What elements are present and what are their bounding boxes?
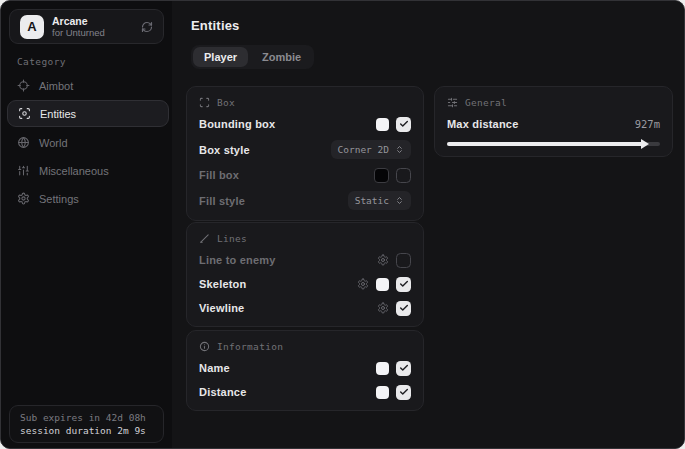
gear-icon bbox=[17, 192, 30, 205]
app-logo: A bbox=[20, 15, 44, 39]
sidebar-item-label: Entities bbox=[40, 108, 76, 120]
sidebar-item-label: Aimbot bbox=[39, 80, 73, 92]
setting-label: Bounding box bbox=[199, 118, 275, 130]
sidebar-item-entities[interactable]: Entities bbox=[7, 100, 169, 127]
setting-row-name: Name bbox=[199, 360, 411, 376]
box-panel-title: Box bbox=[217, 97, 235, 108]
main-content: Entities Player Zombie Box Bounding box bbox=[172, 1, 684, 448]
information-panel: Information Name Distance bbox=[186, 330, 424, 411]
session-duration-text: session duration 2m 9s bbox=[20, 425, 153, 436]
gear-icon[interactable] bbox=[377, 302, 389, 314]
tab-player[interactable]: Player bbox=[193, 47, 248, 67]
setting-row-distance: Distance bbox=[199, 384, 411, 400]
lines-panel-title: Lines bbox=[217, 233, 247, 244]
sidebar-item-label: Settings bbox=[39, 193, 79, 205]
fill-style-value: Static bbox=[355, 195, 389, 206]
name-color-swatch[interactable] bbox=[376, 362, 389, 375]
max-distance-value: 927m bbox=[635, 118, 660, 130]
information-panel-title: Information bbox=[217, 341, 283, 352]
box-panel: Box Bounding box Box style Corner 2D bbox=[186, 86, 424, 221]
setting-label: Viewline bbox=[199, 302, 244, 314]
line-to-enemy-checkbox[interactable] bbox=[396, 253, 411, 268]
page-title: Entities bbox=[191, 18, 240, 33]
bounding-box-color-swatch[interactable] bbox=[376, 118, 389, 131]
sidebar-item-settings[interactable]: Settings bbox=[7, 185, 169, 212]
distance-color-swatch[interactable] bbox=[376, 386, 389, 399]
setting-label: Name bbox=[199, 362, 230, 374]
globe-icon bbox=[17, 136, 30, 149]
setting-row-fill-style: Fill style Static bbox=[199, 191, 411, 210]
app-name: Arcane bbox=[52, 15, 141, 27]
distance-checkbox[interactable] bbox=[396, 385, 411, 400]
app-window: A Arcane for Unturned Category Aimbot En… bbox=[0, 0, 685, 449]
skeleton-color-swatch[interactable] bbox=[376, 278, 389, 291]
sidebar-item-aimbot[interactable]: Aimbot bbox=[7, 72, 169, 99]
general-panel: General Max distance 927m bbox=[434, 86, 673, 157]
sync-icon[interactable] bbox=[141, 21, 153, 33]
viewline-checkbox[interactable] bbox=[396, 301, 411, 316]
gear-icon[interactable] bbox=[377, 254, 389, 266]
gear-icon[interactable] bbox=[357, 278, 369, 290]
fill-box-color-swatch[interactable] bbox=[374, 168, 389, 183]
tab-bar: Player Zombie bbox=[191, 45, 314, 69]
brand-text: Arcane for Unturned bbox=[52, 15, 141, 38]
lines-panel-header: Lines bbox=[199, 233, 411, 244]
setting-row-viewline: Viewline bbox=[199, 300, 411, 316]
crosshair-icon bbox=[17, 79, 30, 92]
scan-box-icon bbox=[199, 97, 210, 108]
sliders-horizontal-icon bbox=[447, 97, 458, 108]
setting-row-box-style: Box style Corner 2D bbox=[199, 140, 411, 159]
information-panel-header: Information bbox=[199, 341, 411, 352]
setting-row-fill-box: Fill box bbox=[199, 167, 411, 183]
line-icon bbox=[199, 233, 210, 244]
app-subtitle: for Unturned bbox=[52, 27, 141, 38]
tab-zombie[interactable]: Zombie bbox=[251, 47, 312, 67]
setting-label: Distance bbox=[199, 386, 246, 398]
chevrons-up-down-icon bbox=[395, 196, 404, 205]
max-distance-slider[interactable] bbox=[447, 142, 660, 146]
sidebar-item-label: World bbox=[39, 137, 68, 149]
setting-label: Fill box bbox=[199, 169, 239, 181]
name-checkbox[interactable] bbox=[396, 361, 411, 376]
box-style-value: Corner 2D bbox=[338, 144, 389, 155]
setting-row-max-distance: Max distance 927m bbox=[447, 116, 660, 132]
scan-eye-icon bbox=[18, 107, 31, 120]
brand-card: A Arcane for Unturned bbox=[9, 9, 164, 44]
sidebar: A Arcane for Unturned Category Aimbot En… bbox=[1, 1, 173, 448]
general-panel-title: General bbox=[465, 97, 507, 108]
general-panel-header: General bbox=[447, 97, 660, 108]
subscription-card: Sub expires in 42d 08h session duration … bbox=[9, 405, 164, 443]
chevrons-up-down-icon bbox=[395, 145, 404, 154]
category-label: Category bbox=[17, 56, 66, 67]
setting-label: Skeleton bbox=[199, 278, 246, 290]
setting-row-line-to-enemy: Line to enemy bbox=[199, 252, 411, 268]
sub-expiry-text: Sub expires in 42d 08h bbox=[20, 412, 153, 423]
sidebar-item-world[interactable]: World bbox=[7, 129, 169, 156]
bounding-box-checkbox[interactable] bbox=[396, 117, 411, 132]
box-panel-header: Box bbox=[199, 97, 411, 108]
setting-row-skeleton: Skeleton bbox=[199, 276, 411, 292]
slider-fill bbox=[447, 142, 643, 146]
slider-thumb[interactable] bbox=[641, 139, 649, 149]
lines-panel: Lines Line to enemy Skeleton bbox=[186, 222, 424, 327]
setting-row-bounding-box: Bounding box bbox=[199, 116, 411, 132]
sidebar-item-miscellaneous[interactable]: Miscellaneous bbox=[7, 157, 169, 184]
setting-label: Fill style bbox=[199, 195, 245, 207]
skeleton-checkbox[interactable] bbox=[396, 277, 411, 292]
box-style-dropdown[interactable]: Corner 2D bbox=[331, 140, 411, 159]
fill-style-dropdown[interactable]: Static bbox=[348, 191, 411, 210]
setting-label: Line to enemy bbox=[199, 254, 276, 266]
setting-label: Max distance bbox=[447, 118, 518, 130]
info-icon bbox=[199, 341, 210, 352]
sidebar-item-label: Miscellaneous bbox=[39, 165, 109, 177]
sliders-icon bbox=[17, 164, 30, 177]
fill-box-checkbox[interactable] bbox=[396, 168, 411, 183]
setting-label: Box style bbox=[199, 144, 250, 156]
